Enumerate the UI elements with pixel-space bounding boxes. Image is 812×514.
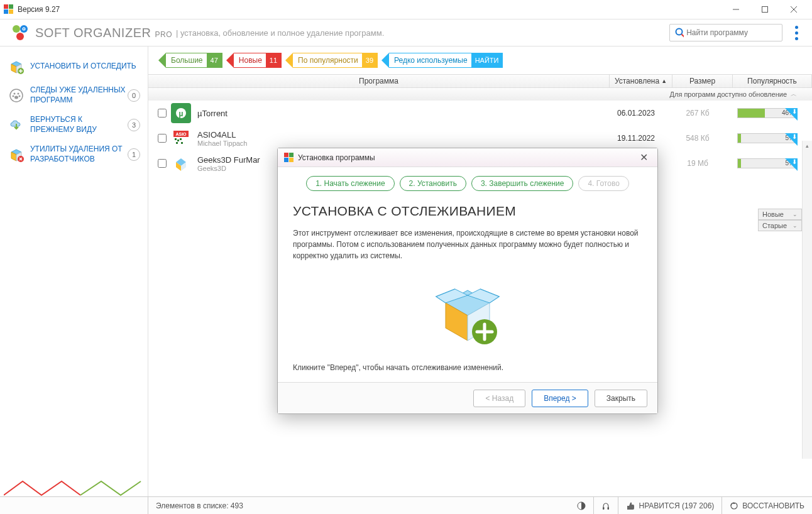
scrollbar[interactable]: ▴ xyxy=(802,141,812,459)
popularity-cell: 46% xyxy=(728,108,807,118)
program-size: 548 Кб xyxy=(667,134,728,143)
step-1[interactable]: 1. Начать слежение xyxy=(306,176,394,191)
app-title: SOFT ORGANIZER PRO xyxy=(35,26,172,40)
svg-rect-34 xyxy=(608,507,610,510)
table-header: Программа Установлена▲ Размер Популярнос… xyxy=(148,74,812,88)
step-4[interactable]: 4. Готово xyxy=(578,176,628,191)
close-button[interactable] xyxy=(779,0,808,19)
svg-text:ASIO: ASIO xyxy=(175,132,187,136)
app-icon xyxy=(284,153,294,163)
menu-button[interactable] xyxy=(793,23,801,43)
program-size: 267 Кб xyxy=(667,109,728,118)
svg-point-10 xyxy=(16,33,24,40)
col-program[interactable]: Программа xyxy=(148,75,610,87)
modal-titlebar: Установка программы ✕ xyxy=(278,148,657,167)
svg-rect-3 xyxy=(9,9,13,14)
svg-rect-28 xyxy=(177,139,179,141)
update-badge-icon[interactable] xyxy=(785,133,798,146)
svg-rect-37 xyxy=(289,153,294,157)
program-vendor: Michael Tippach xyxy=(197,139,605,147)
app-header: SOFT ORGANIZER PRO | установка, обновлен… xyxy=(0,19,812,46)
search-input[interactable] xyxy=(686,28,777,37)
status-bar: Элементов в списке: 493 НРАВИТСЯ (197 20… xyxy=(0,496,812,514)
modal-heading: УСТАНОВКА С ОТСЛЕЖИВАНИЕМ xyxy=(293,204,642,219)
row-checkbox[interactable] xyxy=(158,134,167,143)
table-row[interactable]: µ µTorrent 06.01.2023 267 Кб 46% xyxy=(148,101,812,126)
sidebar-badge: 0 xyxy=(128,89,140,102)
logo-icon xyxy=(11,24,29,41)
titlebar: Версия 9.27 xyxy=(0,0,812,19)
filter-chip-new[interactable]: Новые11 xyxy=(226,53,282,68)
update-badge-icon[interactable] xyxy=(785,108,798,121)
app-icon xyxy=(4,4,14,14)
sidebar-item-vendor-uninstall[interactable]: УТИЛИТЫ УДАЛЕНИЯ ОТ РАЗРАБОТЧИКОВ 1 xyxy=(0,139,148,169)
row-checkbox[interactable] xyxy=(158,159,167,168)
filter-chip-popular[interactable]: По популярности39 xyxy=(285,53,378,68)
sidebar: УСТАНОВИТЬ И ОТСЛЕДИТЬ СЛЕДЫ УЖЕ УДАЛЕНН… xyxy=(0,46,148,496)
popularity-cell: 5% xyxy=(728,133,807,143)
row-checkbox[interactable] xyxy=(158,109,167,118)
col-size[interactable]: Размер xyxy=(672,75,733,87)
restore-button[interactable]: ВОССТАНОВИТЬ xyxy=(722,497,812,514)
status-count: Элементов в списке: 493 xyxy=(148,497,569,514)
svg-point-13 xyxy=(676,29,683,35)
update-badge-icon[interactable] xyxy=(785,158,798,171)
like-button[interactable]: НРАВИТСЯ (197 206) xyxy=(618,497,722,514)
svg-rect-38 xyxy=(284,158,288,162)
search-icon xyxy=(675,28,684,38)
tag-new[interactable]: Новые⌄ xyxy=(758,209,802,220)
next-button[interactable]: Вперед > xyxy=(532,390,588,407)
tag-old[interactable]: Старые⌄ xyxy=(758,220,802,231)
svg-rect-27 xyxy=(175,138,177,140)
app-icon-utorrent: µ xyxy=(171,103,191,123)
filter-chip-rare[interactable]: Редко используемыеНАЙТИ xyxy=(381,53,503,68)
headphones-icon[interactable] xyxy=(594,497,618,514)
program-name: ASIO4ALL xyxy=(197,130,605,139)
table-row[interactable]: ASIO ASIO4ALLMichael Tippach 19.11.2022 … xyxy=(148,126,812,151)
scroll-up-icon[interactable]: ▴ xyxy=(803,141,812,151)
program-size: 19 Мб xyxy=(667,159,728,168)
sidebar-badge: 3 xyxy=(128,119,140,131)
col-popularity[interactable]: Популярность xyxy=(733,75,812,87)
minimize-button[interactable] xyxy=(721,0,750,19)
svg-point-18 xyxy=(18,92,19,94)
sidebar-item-traces[interactable]: СЛЕДЫ УЖЕ УДАЛЕННЫХ ПРОГРАММ 0 xyxy=(0,80,148,110)
search-box[interactable] xyxy=(669,24,782,41)
svg-point-16 xyxy=(10,89,23,102)
svg-rect-29 xyxy=(180,138,182,140)
sidebar-item-label: УСТАНОВИТЬ И ОТСЛЕДИТЬ xyxy=(30,62,140,72)
sparkline-chart xyxy=(4,478,142,496)
col-installed[interactable]: Установлена▲ xyxy=(610,75,672,87)
maximize-button[interactable] xyxy=(750,0,779,19)
popularity-cell: 5% xyxy=(728,158,807,168)
svg-text:µ: µ xyxy=(179,109,184,118)
svg-rect-0 xyxy=(4,4,8,9)
sidebar-item-label: СЛЕДЫ УЖЕ УДАЛЕННЫХ ПРОГРАММ xyxy=(30,85,128,105)
back-button[interactable]: < Назад xyxy=(473,390,525,407)
install-date: 19.11.2022 xyxy=(605,134,667,143)
svg-rect-30 xyxy=(176,142,178,144)
install-wizard-modal: Установка программы ✕ 1. Начать слежение… xyxy=(277,148,658,414)
window-title: Версия 9.27 xyxy=(18,5,60,14)
step-3[interactable]: 3. Завершить слежение xyxy=(471,176,574,191)
update-banner[interactable]: Для программ доступно обновление︿ xyxy=(148,88,812,101)
modal-body-text: Этот инструмент отслеживает все изменени… xyxy=(293,227,642,261)
svg-point-19 xyxy=(13,95,14,97)
filter-bar: Большие47 Новые11 По популярности39 Редк… xyxy=(148,46,812,74)
step-2[interactable]: 2. Установить xyxy=(400,176,466,191)
svg-point-21 xyxy=(14,96,18,99)
close-button[interactable]: Закрыть xyxy=(595,390,647,407)
svg-rect-2 xyxy=(4,9,8,14)
sidebar-item-install-track[interactable]: УСТАНОВИТЬ И ОТСЛЕДИТЬ xyxy=(0,53,148,80)
modal-hint: Кликните "Вперед", чтобы начать отслежив… xyxy=(293,363,642,372)
svg-point-8 xyxy=(13,25,20,33)
filter-chip-big[interactable]: Большие47 xyxy=(158,53,222,68)
modal-close-button[interactable]: ✕ xyxy=(636,151,651,163)
theme-toggle-icon[interactable] xyxy=(569,497,594,514)
app-icon-asio4all: ASIO xyxy=(171,128,191,148)
app-subtitle: | установка, обновление и полное удалени… xyxy=(176,28,384,38)
svg-point-17 xyxy=(14,92,16,94)
install-date: 06.01.2023 xyxy=(605,109,667,118)
sidebar-item-restore-view[interactable]: ВЕРНУТЬСЯ К ПРЕЖНЕМУ ВИДУ 3 xyxy=(0,110,148,139)
box-delete-icon xyxy=(8,146,25,163)
